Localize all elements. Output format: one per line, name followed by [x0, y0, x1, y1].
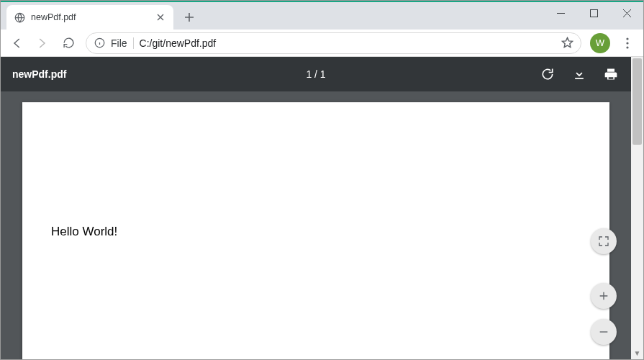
reload-button[interactable]	[57, 32, 80, 55]
pdf-document-title: newPdf.pdf	[12, 68, 66, 80]
svg-rect-1	[590, 9, 597, 17]
url-separator	[133, 37, 134, 49]
address-bar[interactable]: File C:/git/newPdf.pdf	[86, 32, 581, 54]
tab-strip: newPdf.pdf	[1, 2, 643, 30]
close-window-button[interactable]	[610, 2, 643, 24]
svg-point-4	[626, 42, 628, 44]
navigation-bar: File C:/git/newPdf.pdf W	[1, 30, 643, 57]
pdf-canvas[interactable]: Hello World!	[1, 91, 631, 359]
close-tab-icon[interactable]	[155, 12, 166, 23]
back-button[interactable]	[5, 32, 28, 55]
tab-title: newPdf.pdf	[31, 12, 149, 22]
svg-point-3	[626, 37, 628, 40]
scrollbar-thumb[interactable]	[632, 58, 642, 145]
pdf-viewer: newPdf.pdf 1 / 1 Hello World!	[1, 57, 631, 359]
download-button[interactable]	[571, 66, 588, 83]
bookmark-star-icon[interactable]	[561, 37, 573, 50]
browser-tab[interactable]: newPdf.pdf	[6, 5, 173, 30]
zoom-in-button[interactable]	[591, 283, 617, 309]
url-scheme: File	[111, 37, 127, 49]
maximize-button[interactable]	[577, 2, 610, 24]
pdf-toolbar-actions	[539, 66, 620, 83]
pdf-toolbar: newPdf.pdf 1 / 1	[1, 57, 631, 91]
print-button[interactable]	[602, 66, 620, 83]
pdf-page-indicator: 1 / 1	[306, 68, 325, 80]
window-controls	[544, 2, 643, 24]
vertical-scrollbar[interactable]: ▲ ▼	[631, 57, 643, 359]
fit-to-page-button[interactable]	[591, 228, 617, 254]
globe-icon	[14, 12, 25, 23]
profile-avatar[interactable]: W	[590, 33, 610, 53]
content-area: newPdf.pdf 1 / 1 Hello World!	[1, 57, 643, 359]
url-path[interactable]: C:/git/newPdf.pdf	[140, 37, 555, 49]
browser-window: newPdf.pdf	[0, 0, 644, 360]
pdf-content-text: Hello World!	[51, 225, 581, 239]
forward-button[interactable]	[31, 32, 54, 55]
zoom-out-button[interactable]	[591, 319, 617, 345]
rotate-button[interactable]	[539, 66, 556, 83]
avatar-letter: W	[596, 37, 604, 48]
pdf-page-sheet: Hello World!	[22, 102, 609, 359]
svg-point-5	[626, 46, 628, 48]
info-icon[interactable]	[94, 37, 105, 49]
pdf-float-controls	[591, 228, 617, 345]
new-tab-button[interactable]	[179, 7, 199, 27]
scroll-down-arrow-icon[interactable]: ▼	[631, 347, 643, 359]
minimize-button[interactable]	[544, 2, 577, 24]
browser-menu-button[interactable]	[616, 32, 639, 55]
